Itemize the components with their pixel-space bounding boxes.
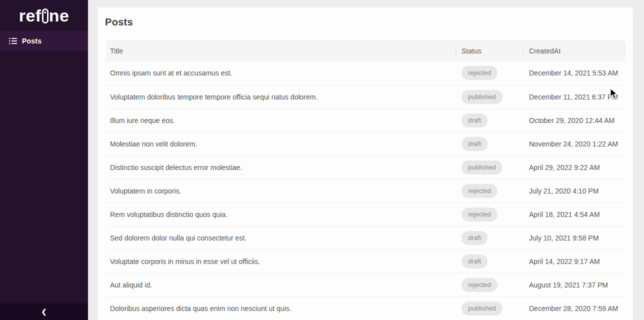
status-badge: draft: [462, 254, 488, 268]
cell-createdat: August 19, 2021 7:37 PM: [525, 273, 625, 296]
cell-status: draft: [458, 108, 525, 132]
column-header-status[interactable]: Status: [458, 40, 525, 62]
status-badge: rejected: [462, 66, 498, 80]
unordered-list-icon: [9, 37, 17, 45]
status-badge: published: [462, 160, 502, 174]
cell-title: Rem voluptatibus distinctio quos quia.: [106, 202, 458, 226]
cell-createdat: April 14, 2022 9:17 AM: [525, 250, 625, 273]
cell-status: draft: [458, 226, 525, 250]
logo-text-right: ne: [49, 7, 70, 24]
page-title: Posts: [105, 16, 625, 28]
cell-status: rejected: [458, 202, 525, 226]
sidebar-menu: Posts: [0, 31, 88, 304]
cell-createdat: December 14, 2021 5:53 AM: [525, 62, 625, 85]
cell-createdat: April 29, 2022 9:22 AM: [525, 156, 625, 179]
cell-createdat: November 24, 2020 1:22 AM: [525, 132, 625, 156]
cell-createdat: October 29, 2020 12:44 AM: [525, 108, 625, 132]
status-badge: published: [462, 302, 502, 316]
table-header-row: Title Status CreatedAt: [106, 40, 625, 62]
table-row[interactable]: Voluptatem in corporis. rejected July 21…: [106, 179, 625, 202]
main-content: Posts Title Status CreatedAt: [88, 0, 644, 320]
logo-text-left: ref: [19, 7, 42, 24]
cell-createdat: July 21, 2020 4:10 PM: [525, 179, 625, 202]
cell-status: published: [458, 85, 525, 108]
cell-title: Distinctio suscipit delectus error moles…: [106, 156, 458, 179]
cell-title: Doloribus asperiores dicta quas enim non…: [106, 296, 458, 320]
sidebar-collapse-button[interactable]: ❮: [0, 304, 88, 320]
cell-title: Omnis ipsam sunt at et accusamus est.: [106, 62, 458, 85]
column-header-createdat[interactable]: CreatedAt: [525, 40, 625, 62]
sidebar-item-label: Posts: [22, 37, 42, 45]
cell-title: Voluptatem in corporis.: [106, 179, 458, 202]
cell-status: rejected: [458, 179, 525, 202]
cell-createdat: April 18, 2021 4:54 AM: [525, 202, 625, 226]
table-row[interactable]: Molestiae non velit dolorem. draft Novem…: [106, 132, 625, 156]
app-logo[interactable]: refne: [0, 0, 88, 31]
table-row[interactable]: Doloribus asperiores dicta quas enim non…: [106, 296, 625, 320]
cell-status: draft: [458, 132, 525, 156]
cell-title: Sed dolorem dolor nulla qui consectetur …: [106, 226, 458, 250]
cell-title: Voluptate corporis in minus in esse vel …: [106, 250, 458, 273]
sidebar-item-posts[interactable]: Posts: [0, 31, 88, 51]
table-row[interactable]: Illum iure neque eos. draft October 29, …: [106, 108, 625, 132]
logo-pin-icon: [42, 8, 48, 24]
cell-status: rejected: [458, 273, 525, 296]
status-badge: rejected: [462, 278, 498, 292]
posts-table: Title Status CreatedAt Omnis ipsam sunt …: [106, 40, 625, 320]
cell-createdat: December 28, 2020 7:59 AM: [525, 296, 625, 320]
refine-logo: refne: [19, 7, 70, 24]
cell-status: published: [458, 156, 525, 179]
cell-status: published: [458, 296, 525, 320]
chevron-left-icon: ❮: [42, 308, 47, 315]
table-row[interactable]: Distinctio suscipit delectus error moles…: [106, 156, 625, 179]
table-row[interactable]: Voluptatem doloribus tempore tempore off…: [106, 85, 625, 108]
status-badge: draft: [462, 137, 488, 151]
table-row[interactable]: Sed dolorem dolor nulla qui consectetur …: [106, 226, 625, 250]
table-row[interactable]: Omnis ipsam sunt at et accusamus est. re…: [106, 62, 625, 85]
cell-title: Voluptatem doloribus tempore tempore off…: [106, 85, 458, 108]
cell-createdat: December 11, 2021 6:37 PM: [525, 85, 625, 108]
status-badge: draft: [462, 114, 488, 128]
cell-status: rejected: [458, 62, 525, 85]
table-row[interactable]: Aut aliquid id. rejected August 19, 2021…: [106, 273, 625, 296]
column-header-title[interactable]: Title: [106, 40, 458, 62]
status-badge: published: [462, 90, 502, 104]
table-row[interactable]: Voluptate corporis in minus in esse vel …: [106, 250, 625, 273]
cell-createdat: July 10, 2021 9:58 PM: [525, 226, 625, 250]
sidebar: refne Posts ❮: [0, 0, 88, 320]
posts-card: Posts Title Status CreatedAt: [98, 8, 633, 320]
cell-title: Illum iure neque eos.: [106, 108, 458, 132]
table-body: Omnis ipsam sunt at et accusamus est. re…: [106, 62, 625, 320]
table-row[interactable]: Rem voluptatibus distinctio quos quia. r…: [106, 202, 625, 226]
status-badge: draft: [462, 231, 488, 245]
cell-title: Aut aliquid id.: [106, 273, 458, 296]
cell-status: draft: [458, 250, 525, 273]
cell-title: Molestiae non velit dolorem.: [106, 132, 458, 156]
status-badge: rejected: [462, 208, 498, 222]
status-badge: rejected: [462, 184, 498, 198]
